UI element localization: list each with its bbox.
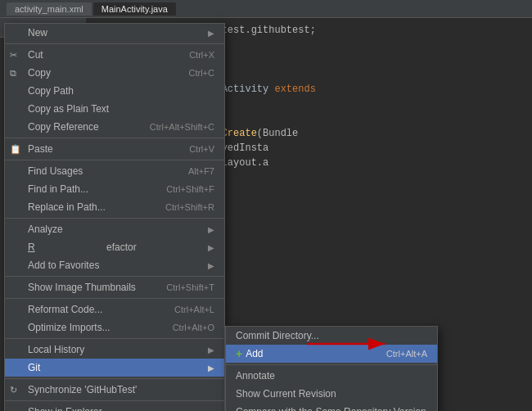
submenu-item-add[interactable]: + Add Ctrl+Alt+A xyxy=(226,345,437,363)
submenu-shortcut: Ctrl+Alt+A xyxy=(386,349,427,359)
menu-label: Cut xyxy=(28,49,43,61)
menu-label: Show Image Thumbnails xyxy=(28,282,136,293)
menu-label: Replace in Path... xyxy=(28,201,106,213)
menu-shortcut: Alt+F7 xyxy=(188,166,214,176)
tab-bar: activity_main.xml MainActivity.java xyxy=(7,2,176,16)
menu-item-find-usages[interactable]: Find Usages Alt+F7 xyxy=(5,162,224,180)
menu-label: Find in Path... xyxy=(28,183,88,195)
menu-shortcut: Ctrl+Alt+O xyxy=(173,323,214,332)
submenu-arrow: ▶ xyxy=(208,29,214,38)
submenu-arrow: ▶ xyxy=(208,346,214,355)
submenu-item-compare-repo[interactable]: Compare with the Same Repository Version xyxy=(226,403,437,411)
menu-separator-3 xyxy=(5,160,224,160)
menu-label: Find Usages xyxy=(28,165,83,177)
menu-item-paste[interactable]: 📋 Paste Ctrl+V xyxy=(5,140,224,158)
menu-item-find-in-path[interactable]: Find in Path... Ctrl+Shift+F xyxy=(5,180,224,198)
submenu-arrow: ▶ xyxy=(208,364,214,373)
menu-shortcut: Ctrl+Shift+F xyxy=(166,184,214,194)
menu-shortcut: Ctrl+V xyxy=(189,144,214,154)
menu-item-optimize[interactable]: Optimize Imports... Ctrl+Alt+O xyxy=(5,318,224,336)
menu-separator-5 xyxy=(5,276,224,277)
menu-item-copy-reference[interactable]: Copy Reference Ctrl+Alt+Shift+C xyxy=(5,118,224,136)
menu-shortcut: Ctrl+Shift+R xyxy=(165,202,214,212)
menu-item-show-thumbnails[interactable]: Show Image Thumbnails Ctrl+Shift+T xyxy=(5,278,224,296)
menu-label: New xyxy=(28,27,47,38)
title-bar: activity_main.xml MainActivity.java xyxy=(0,0,532,18)
menu-label: Copy as Plain Text xyxy=(28,103,109,115)
git-submenu: Commit Directory... + Add Ctrl+Alt+A Ann… xyxy=(225,326,438,411)
menu-label: R xyxy=(28,242,35,253)
menu-item-copy[interactable]: ⧉ Copy Ctrl+C xyxy=(5,64,224,82)
submenu-label: Add xyxy=(246,348,263,359)
submenu-label: Show Current Revision xyxy=(236,388,336,400)
menu-item-git[interactable]: Git ▶ xyxy=(5,359,224,377)
menu-label: Git xyxy=(28,362,40,373)
menu-separator xyxy=(5,43,224,44)
menu-separator-4 xyxy=(5,218,224,219)
menu-label: Analyze xyxy=(28,224,63,235)
menu-separator-9 xyxy=(5,400,224,401)
submenu-arrow: ▶ xyxy=(208,225,214,234)
menu-item-replace-in-path[interactable]: Replace in Path... Ctrl+Shift+R xyxy=(5,198,224,216)
menu-shortcut: Ctrl+Alt+Shift+C xyxy=(150,122,214,132)
menu-label-rest: efactor xyxy=(106,242,137,253)
tab-main-activity[interactable]: MainActivity.java xyxy=(93,2,176,16)
submenu-separator xyxy=(226,364,437,365)
menu-label: Copy Path xyxy=(28,85,74,97)
menu-separator-8 xyxy=(5,378,224,379)
menu-item-analyze[interactable]: Analyze ▶ xyxy=(5,220,224,238)
menu-shortcut: Ctrl+X xyxy=(189,50,214,60)
submenu-item-commit[interactable]: Commit Directory... xyxy=(226,327,437,345)
menu-label: Reformat Code... xyxy=(28,304,102,315)
menu-label: Optimize Imports... xyxy=(28,322,110,333)
submenu-label: Compare with the Same Repository Version xyxy=(236,406,426,411)
menu-separator-2 xyxy=(5,138,224,138)
menu-item-add-favorites[interactable]: Add to Favorites ▶ xyxy=(5,256,224,274)
submenu-item-show-revision[interactable]: Show Current Revision xyxy=(226,385,437,403)
menu-label: Copy Reference xyxy=(28,121,99,133)
menu-label: Paste xyxy=(28,143,53,155)
menu-label: Show in Explorer xyxy=(28,406,102,411)
menu-item-new[interactable]: New ▶ xyxy=(5,24,224,42)
menu-item-copy-plain[interactable]: Copy as Plain Text xyxy=(5,100,224,118)
menu-item-synchronize[interactable]: ↻ Synchronize 'GitHubTest' xyxy=(5,381,224,399)
menu-item-copy-path[interactable]: Copy Path xyxy=(5,82,224,100)
menu-label: Local History xyxy=(28,344,84,355)
sync-icon: ↻ xyxy=(10,385,17,395)
submenu-arrow: ▶ xyxy=(208,243,214,252)
menu-shortcut: Ctrl+Shift+T xyxy=(166,282,214,292)
cut-icon: ✂ xyxy=(10,50,17,61)
menu-item-cut[interactable]: ✂ Cut Ctrl+X xyxy=(5,46,224,64)
menu-label: Copy xyxy=(28,67,51,79)
paste-icon: 📋 xyxy=(10,144,21,155)
menu-separator-7 xyxy=(5,338,224,339)
submenu-label: Commit Directory... xyxy=(236,330,319,341)
menu-shortcut: Ctrl+Alt+L xyxy=(174,305,214,314)
add-icon: + xyxy=(236,347,242,360)
menu-shortcut: Ctrl+C xyxy=(189,68,214,78)
tab-activity-xml[interactable]: activity_main.xml xyxy=(7,2,92,16)
menu-item-reformat[interactable]: Reformat Code... Ctrl+Alt+L xyxy=(5,300,224,318)
submenu-arrow: ▶ xyxy=(208,261,214,270)
menu-label: Synchronize 'GitHubTest' xyxy=(28,384,137,395)
submenu-item-annotate[interactable]: Annotate xyxy=(226,367,437,385)
submenu-label: Annotate xyxy=(236,370,275,382)
menu-item-refactor[interactable]: Refactor ▶ xyxy=(5,238,224,256)
menu-item-local-history[interactable]: Local History ▶ xyxy=(5,341,224,359)
menu-label: Add to Favorites xyxy=(28,260,99,271)
copy-icon: ⧉ xyxy=(10,68,16,79)
context-menu: New ▶ ✂ Cut Ctrl+X ⧉ Copy Ctrl+C Copy Pa… xyxy=(4,23,225,411)
menu-item-show-explorer[interactable]: Show in Explorer xyxy=(5,403,224,411)
menu-separator-6 xyxy=(5,298,224,299)
